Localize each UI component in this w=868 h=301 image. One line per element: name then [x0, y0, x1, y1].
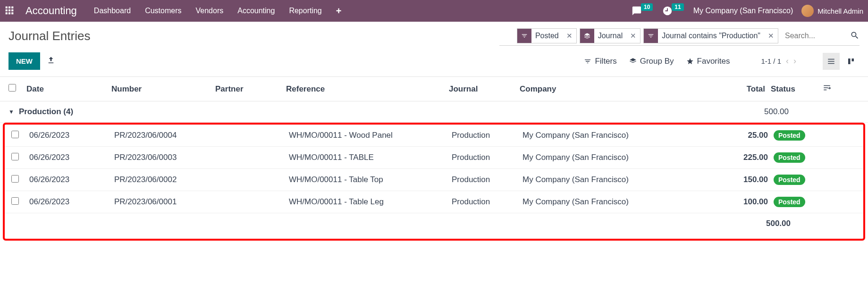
- subheader: Journal Entries Posted ✕ Journal ✕ Journ…: [0, 22, 868, 43]
- row-checkbox[interactable]: [11, 175, 19, 183]
- menu-customers[interactable]: Customers: [145, 7, 181, 15]
- cell-date: 06/26/2023: [29, 131, 114, 140]
- cell-journal: Production: [452, 131, 522, 140]
- optional-columns-icon[interactable]: [812, 84, 831, 94]
- app-brand[interactable]: Accounting: [25, 5, 77, 17]
- cell-journal: Production: [452, 175, 522, 184]
- search-icon[interactable]: [850, 31, 860, 42]
- cell-number: PR/2023/06/0001: [114, 197, 218, 207]
- status-badge: Posted: [774, 152, 805, 163]
- search-input[interactable]: [781, 29, 847, 43]
- cell-date: 06/26/2023: [29, 197, 114, 207]
- status-badge: Posted: [774, 130, 805, 141]
- table-row[interactable]: 06/26/2023PR/2023/06/0002WH/MO/00011 - T…: [5, 169, 863, 191]
- caret-down-icon: ▼: [8, 109, 14, 115]
- activities-badge: 11: [672, 3, 683, 11]
- user-name: Mitchell Admin: [817, 7, 863, 15]
- cell-number: PR/2023/06/0002: [114, 175, 218, 184]
- company-selector[interactable]: My Company (San Francisco): [693, 7, 793, 15]
- main-menu: Dashboard Customers Vendors Accounting R…: [94, 6, 342, 17]
- svg-rect-3: [6, 9, 8, 11]
- status-badge: Posted: [774, 197, 805, 207]
- facet-posted: Posted ✕: [517, 28, 577, 43]
- highlighted-rows: 06/26/2023PR/2023/06/0004WH/MO/00011 - W…: [3, 123, 865, 241]
- filters-label: Filters: [595, 57, 616, 66]
- groupby-label: Group By: [640, 57, 674, 66]
- select-all-checkbox[interactable]: [8, 84, 16, 92]
- group-total: 500.00: [764, 107, 789, 117]
- facet-journal: Journal ✕: [580, 28, 640, 43]
- footer-row: 500.00: [5, 213, 863, 234]
- cell-total: 150.00: [725, 175, 768, 184]
- row-checkbox[interactable]: [11, 197, 19, 205]
- cell-reference: WH/MO/00011 - Table Leg: [289, 197, 452, 207]
- col-number[interactable]: Number: [111, 84, 215, 94]
- cell-total: 100.00: [725, 197, 768, 207]
- facet-remove[interactable]: ✕: [563, 32, 576, 40]
- cell-status: Posted: [768, 152, 815, 163]
- cell-date: 06/26/2023: [29, 175, 114, 184]
- col-date[interactable]: Date: [26, 84, 111, 94]
- cell-number: PR/2023/06/0004: [114, 131, 218, 140]
- col-partner[interactable]: Partner: [215, 84, 286, 94]
- menu-dashboard[interactable]: Dashboard: [94, 7, 131, 15]
- activities-button[interactable]: 11: [662, 6, 684, 16]
- groupby-button[interactable]: Group By: [629, 57, 674, 66]
- row-checkbox[interactable]: [11, 153, 19, 160]
- col-status[interactable]: Status: [765, 84, 812, 94]
- user-menu[interactable]: Mitchell Admin: [801, 5, 863, 17]
- cell-reference: WH/MO/00011 - TABLE: [289, 153, 452, 162]
- facet-remove[interactable]: ✕: [626, 32, 640, 40]
- menu-vendors[interactable]: Vendors: [196, 7, 224, 15]
- apps-icon[interactable]: [5, 6, 14, 17]
- menu-accounting[interactable]: Accounting: [237, 7, 275, 15]
- col-company[interactable]: Company: [520, 84, 723, 94]
- cell-reference: WH/MO/00011 - Wood Panel: [289, 131, 452, 140]
- avatar: [801, 5, 814, 17]
- menu-add-icon[interactable]: +: [336, 6, 342, 17]
- page-title: Journal Entries: [8, 29, 90, 43]
- cell-journal: Production: [452, 153, 522, 162]
- svg-rect-4: [8, 9, 10, 11]
- svg-rect-5: [11, 9, 13, 11]
- svg-rect-1: [8, 6, 10, 8]
- cell-status: Posted: [768, 175, 815, 185]
- cell-reference: WH/MO/00011 - Table Top: [289, 175, 452, 184]
- controls-bar: NEW Filters Group By Favorites 1-1 / 1 ‹…: [0, 46, 868, 76]
- list-view-button[interactable]: [823, 53, 840, 70]
- col-total[interactable]: Total: [723, 84, 765, 94]
- table-row[interactable]: 06/26/2023PR/2023/06/0004WH/MO/00011 - W…: [5, 125, 863, 147]
- favorites-button[interactable]: Favorites: [686, 57, 730, 66]
- pager: 1-1 / 1 ‹ ›: [761, 56, 796, 66]
- facet-remove[interactable]: ✕: [764, 32, 778, 40]
- filter-icon: [517, 29, 531, 43]
- cell-status: Posted: [768, 130, 815, 141]
- cell-total: 25.00: [725, 131, 768, 140]
- new-button[interactable]: NEW: [8, 52, 40, 70]
- layers-icon: [629, 58, 637, 65]
- messages-button[interactable]: 10: [632, 6, 654, 16]
- svg-rect-2: [11, 6, 13, 8]
- filter-icon: [584, 58, 591, 65]
- filters-button[interactable]: Filters: [584, 57, 616, 66]
- list-view: Date Number Partner Reference Journal Co…: [0, 76, 868, 241]
- table-row[interactable]: 06/26/2023PR/2023/06/0003WH/MO/00011 - T…: [5, 147, 863, 169]
- table-row[interactable]: 06/26/2023PR/2023/06/0001WH/MO/00011 - T…: [5, 191, 863, 213]
- messages-badge: 10: [641, 3, 653, 11]
- kanban-view-button[interactable]: [843, 53, 860, 70]
- facet-label: Journal contains "Production": [658, 32, 764, 40]
- menu-reporting[interactable]: Reporting: [289, 7, 321, 15]
- upload-icon[interactable]: [47, 56, 55, 66]
- cell-journal: Production: [452, 197, 522, 207]
- svg-rect-0: [6, 6, 8, 8]
- cell-company: My Company (San Francisco): [522, 153, 725, 162]
- footer-total: 500.00: [766, 219, 791, 228]
- table-header: Date Number Partner Reference Journal Co…: [0, 77, 868, 101]
- col-journal[interactable]: Journal: [449, 84, 520, 94]
- col-reference[interactable]: Reference: [286, 84, 449, 94]
- row-checkbox[interactable]: [11, 131, 19, 138]
- pager-prev[interactable]: ‹: [786, 56, 789, 66]
- cell-date: 06/26/2023: [29, 153, 114, 162]
- group-row-production[interactable]: ▼ Production (4) 500.00: [0, 101, 868, 123]
- pager-next[interactable]: ›: [793, 56, 796, 66]
